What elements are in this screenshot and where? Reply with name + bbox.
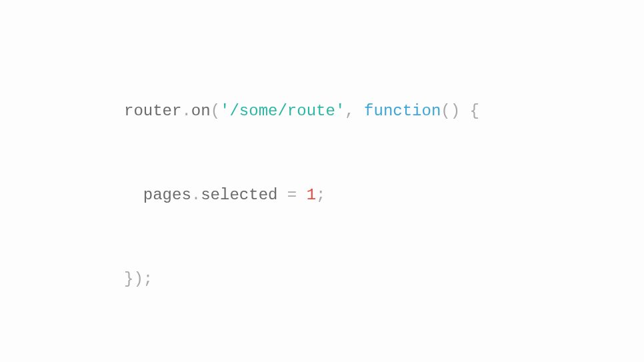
token-string: '/some/route'	[220, 102, 345, 120]
token-router: router	[124, 102, 181, 120]
token-parens: ()	[441, 102, 460, 120]
token-close-brace: }	[124, 270, 133, 288]
code-line-3: });	[124, 265, 479, 293]
token-semicolon: ;	[316, 186, 325, 204]
token-pages: pages	[143, 186, 191, 204]
code-snippet: router.on('/some/route', function() { pa…	[124, 41, 479, 321]
token-space	[355, 102, 364, 120]
code-line-1: router.on('/some/route', function() {	[124, 97, 479, 125]
token-selected: selected	[201, 186, 277, 204]
token-space2	[460, 102, 469, 120]
token-semicolon2: ;	[143, 270, 153, 288]
token-function: function	[364, 102, 441, 120]
code-line-2: pages.selected = 1;	[124, 181, 479, 209]
token-dot2: .	[191, 186, 201, 204]
token-equals: =	[277, 186, 306, 204]
token-comma: ,	[345, 102, 354, 120]
token-open-paren: (	[211, 102, 220, 120]
token-on: on	[191, 102, 211, 120]
token-dot: .	[181, 102, 191, 120]
token-close-paren: )	[133, 270, 143, 288]
token-number: 1	[307, 186, 316, 204]
token-open-brace: {	[470, 102, 479, 120]
